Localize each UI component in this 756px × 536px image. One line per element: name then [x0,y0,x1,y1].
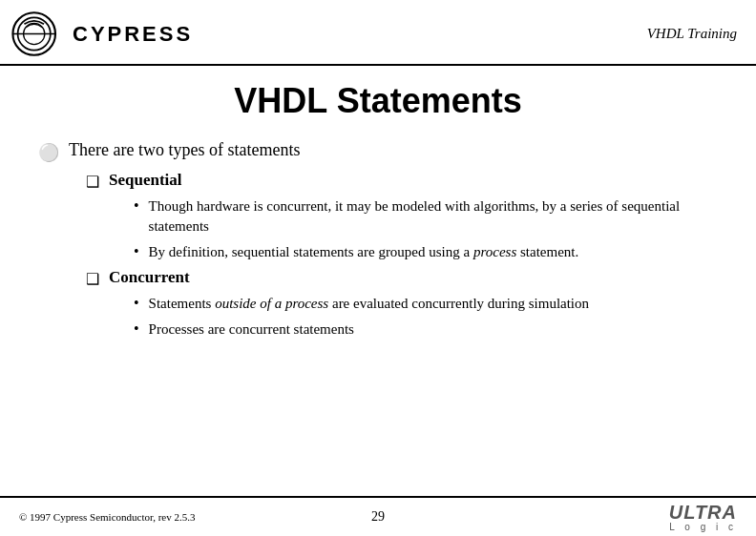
bullet-dot-icon-3: • [134,295,139,312]
seq2-italic: process [473,244,516,259]
footer: © 1997 Cypress Semiconductor, rev 2.5.3 … [0,496,756,536]
logic-logo-text: L o g i c [669,522,737,532]
level3-text-seq-1: Though hardware is concurrent, it may be… [149,196,718,237]
slide-title: VHDL Statements [38,81,718,121]
cypress-logo-icon [10,8,67,60]
seq2-pre: By definition, sequential statements are… [149,244,473,259]
level3-text-seq-2: By definition, sequential statements are… [149,242,579,262]
level3-text-con-2: Processes are concurrent statements [149,320,354,340]
bullet-square-icon-2: ❑ [86,270,99,288]
level2-label-concurrent: Concurrent [109,268,190,287]
level2-item-sequential: ❑ Sequential [86,171,718,191]
footer-copyright: © 1997 Cypress Semiconductor, rev 2.5.3 [19,511,196,523]
bullet-dot-icon-4: • [134,320,139,338]
logo-area: CYPRESS [10,8,193,60]
level3-item-con-1: • Statements outside of a process are ev… [134,294,718,314]
seq2-post: statement. [516,244,578,259]
level2-label-sequential: Sequential [109,171,182,190]
logo-text: CYPRESS [73,22,193,47]
header: CYPRESS VHDL Training [0,0,756,66]
footer-ultra-logo: ULTRA L o g i c [669,503,737,532]
ultra-logo-text: ULTRA [669,503,737,522]
bullet-dot-icon-2: • [134,243,139,260]
level1-text-types: There are two types of statements [69,140,300,160]
bullet-dot-icon-1: • [134,197,139,215]
level3-item-seq-1: • Though hardware is concurrent, it may … [134,196,718,237]
level2-item-concurrent: ❑ Concurrent [86,268,718,288]
con1-italic: outside of a process [215,296,328,311]
slide: CYPRESS VHDL Training VHDL Statements ⚪ … [0,0,756,536]
level3-text-con-1: Statements outside of a process are eval… [149,294,589,314]
header-subtitle: VHDL Training [647,26,737,42]
con1-pre: Statements [149,296,216,311]
level1-item-types: ⚪ There are two types of statements [38,140,718,163]
bullet-square-icon: ❑ [86,173,99,191]
level3-item-seq-2: • By definition, sequential statements a… [134,242,718,262]
level3-item-con-2: • Processes are concurrent statements [134,320,718,340]
main-content: VHDL Statements ⚪ There are two types of… [0,66,756,355]
con1-post: are evaluated concurrently during simula… [328,296,589,311]
bullet-circle-icon: ⚪ [38,142,59,163]
footer-page-number: 29 [371,509,385,525]
